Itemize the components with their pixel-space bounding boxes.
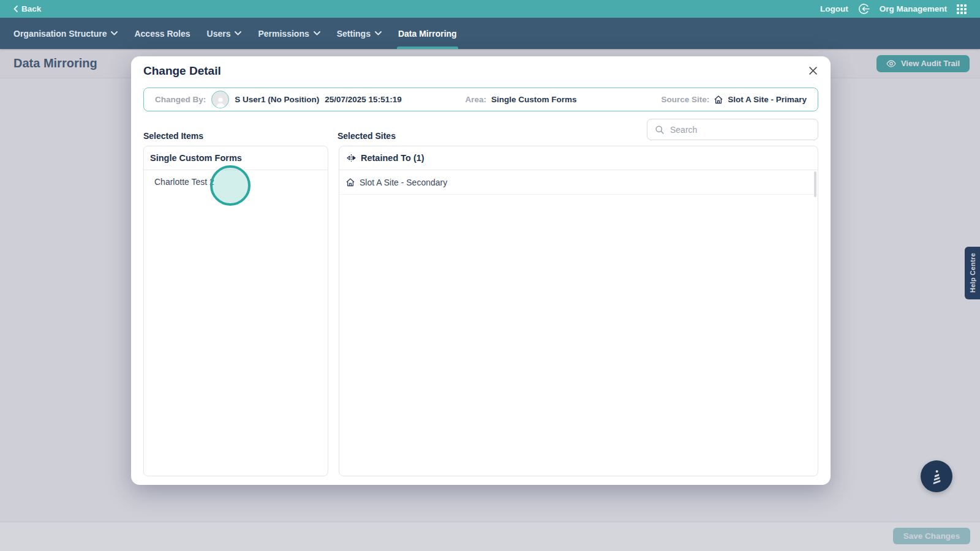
- area-value: Single Custom Forms: [491, 95, 577, 104]
- home-icon: [714, 95, 723, 105]
- source-site-label: Source Site:: [661, 95, 709, 104]
- list-item-label: Charlotte Test 2: [154, 177, 214, 187]
- area-label: Area:: [465, 95, 486, 104]
- nav-label: Data Mirroring: [398, 29, 457, 39]
- sites-search-box: [647, 119, 818, 140]
- mirror-flip-icon: [346, 153, 356, 163]
- chevron-down-icon: [314, 31, 320, 36]
- chevron-down-icon: [375, 31, 382, 36]
- change-detail-modal: Change Detail Changed By: S User1 (No Po…: [131, 56, 831, 485]
- nav-label: Users: [207, 29, 231, 39]
- active-tab-underline: [397, 47, 458, 49]
- changed-by-label: Changed By:: [155, 95, 206, 104]
- list-item-charlotte-test-2[interactable]: Charlotte Test 2: [144, 170, 328, 193]
- logout-button[interactable]: Logout: [820, 4, 848, 13]
- search-input[interactable]: [670, 125, 810, 135]
- selected-items-panel: Single Custom Forms Charlotte Test 2: [143, 146, 328, 476]
- area-group: Area: Single Custom Forms: [465, 95, 661, 104]
- retained-to-group-header: Retained To (1): [339, 146, 818, 170]
- selected-items-group-header: Single Custom Forms: [144, 146, 328, 170]
- top-bar: Back Logout Org Management: [0, 0, 980, 18]
- selected-items-group-title: Single Custom Forms: [150, 153, 242, 163]
- back-chevron-icon: [13, 6, 18, 12]
- source-site-value: Slot A Site - Primary: [728, 95, 807, 104]
- back-button[interactable]: Back: [13, 4, 41, 13]
- nav-label: Access Roles: [134, 29, 190, 39]
- topbar-right: Logout Org Management: [820, 3, 967, 15]
- selected-sites-panel: Retained To (1) Slot A Site - Secondary: [339, 146, 818, 476]
- avatar: [211, 91, 229, 108]
- changed-by-user: S User1 (No Position): [235, 95, 319, 104]
- app-grid-icon[interactable]: [957, 4, 967, 14]
- nav-label: Organisation Structure: [13, 29, 107, 39]
- back-label: Back: [21, 4, 41, 13]
- modal-close-button[interactable]: [805, 62, 821, 78]
- nav-access-roles[interactable]: Access Roles: [134, 18, 190, 49]
- nav-data-mirroring[interactable]: Data Mirroring: [398, 18, 457, 49]
- site-item-label: Slot A Site - Secondary: [360, 178, 447, 187]
- nav-label: Settings: [337, 29, 371, 39]
- nav-label: Permissions: [258, 29, 309, 39]
- selected-sites-heading: Selected Sites: [337, 131, 396, 141]
- panel-scrollbar[interactable]: [814, 171, 816, 197]
- source-site-group: Source Site: Slot A Site - Primary: [661, 95, 807, 105]
- changed-by-group: Changed By: S User1 (No Position) 25/07/…: [155, 91, 465, 108]
- search-icon: [655, 125, 665, 135]
- modal-title: Change Detail: [143, 64, 221, 78]
- close-icon: [809, 66, 818, 75]
- list-item-site-secondary[interactable]: Slot A Site - Secondary: [339, 170, 818, 195]
- nav-organisation-structure[interactable]: Organisation Structure: [13, 18, 118, 49]
- home-icon: [345, 178, 355, 187]
- chevron-down-icon: [111, 31, 118, 36]
- org-management-button[interactable]: Org Management: [880, 4, 947, 13]
- chevron-down-icon: [235, 31, 241, 36]
- changed-by-timestamp: 25/07/2025 15:51:19: [325, 95, 401, 104]
- nav-permissions[interactable]: Permissions: [258, 18, 320, 49]
- main-nav: Organisation Structure Access Roles User…: [0, 18, 980, 49]
- nav-settings[interactable]: Settings: [337, 18, 382, 49]
- logout-icon[interactable]: [858, 3, 870, 15]
- change-info-bar: Changed By: S User1 (No Position) 25/07/…: [143, 88, 818, 111]
- selected-items-heading: Selected Items: [143, 131, 203, 141]
- nav-users[interactable]: Users: [207, 18, 242, 49]
- retained-to-label: Retained To (1): [361, 153, 424, 163]
